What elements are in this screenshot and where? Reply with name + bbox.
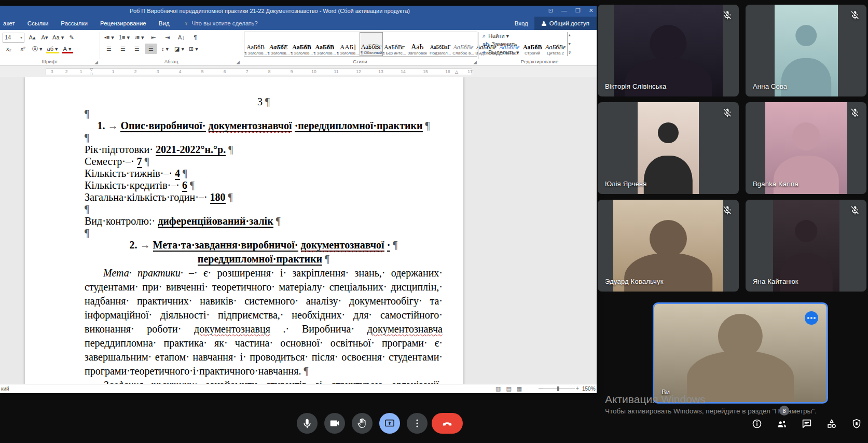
sort-button[interactable]: А↓ bbox=[175, 32, 187, 43]
tell-me-search[interactable]: ♀ Что вы хотите сделать? bbox=[184, 20, 258, 27]
font-color-button[interactable]: А ▾ bbox=[61, 44, 74, 54]
activities-button[interactable] bbox=[825, 418, 838, 430]
document-line[interactable]: Мета· практики· –· є· розширення· і· зак… bbox=[85, 267, 443, 279]
more-options-button[interactable] bbox=[407, 413, 428, 434]
close-button[interactable]: ✕ bbox=[589, 7, 594, 14]
participant-tile[interactable]: Вікторія Слівінська bbox=[598, 5, 739, 96]
raise-hand-button[interactable] bbox=[352, 413, 373, 434]
ribbon-tab-акет[interactable]: акет bbox=[2, 19, 16, 27]
zoom-level[interactable]: 150% bbox=[582, 386, 596, 392]
ribbon-tab-рассылки[interactable]: Рассылки bbox=[60, 19, 89, 27]
shading-button[interactable]: ◪ ▾ bbox=[173, 44, 186, 54]
host-controls-button[interactable] bbox=[850, 418, 863, 430]
find-button[interactable]: ⌕Найти ▾ bbox=[483, 33, 509, 39]
ribbon-tab-рецензирование[interactable]: Рецензирование bbox=[99, 19, 147, 27]
document-line[interactable]: виконання· роботи· документознавця .· Ви… bbox=[85, 323, 443, 335]
document-line[interactable]: Рік·підготовки· 2021-2022°н.°р. ¶ bbox=[85, 144, 443, 156]
paragraph-dialog-launcher[interactable]: ◢ bbox=[236, 60, 240, 65]
style-слабоев[interactable]: АаБбВеСлабое в... bbox=[452, 32, 475, 56]
hang-up-button[interactable] bbox=[432, 413, 463, 434]
show-marks-button[interactable]: ¶ bbox=[189, 32, 201, 43]
document-line[interactable]: Вид·контролю:· диференційований·залік ¶ bbox=[85, 215, 443, 227]
participants-button[interactable] bbox=[776, 418, 788, 430]
font-dialog-launcher[interactable]: ◢ bbox=[94, 60, 98, 65]
document-line[interactable]: переддипломної·практики ¶ bbox=[85, 253, 443, 265]
highlight-color-button[interactable]: аб ▾ bbox=[46, 44, 60, 54]
style-заголов[interactable]: АаБбВ¶ Заголов... bbox=[291, 32, 313, 56]
self-tile-options-button[interactable] bbox=[805, 311, 818, 325]
document-line[interactable]: ¶ bbox=[85, 132, 443, 144]
participant-tile[interactable]: Эдуард Ковальчук bbox=[598, 200, 739, 292]
replace-button[interactable]: abЗаменить bbox=[483, 41, 517, 47]
document-line[interactable]: ¶ bbox=[85, 203, 443, 215]
meeting-details-button[interactable] bbox=[751, 418, 763, 430]
align-right-button[interactable]: ☰ bbox=[131, 44, 143, 54]
share-button[interactable]: Общий доступ bbox=[534, 17, 597, 30]
right-indent-marker[interactable]: △ bbox=[455, 70, 458, 74]
present-screen-button[interactable] bbox=[379, 413, 400, 434]
text-effects-button[interactable]: Ⓐ ▾ bbox=[31, 44, 44, 54]
borders-button[interactable]: ⊞ ▾ bbox=[187, 44, 200, 54]
bullets-button[interactable]: •≡ ▾ bbox=[103, 32, 116, 43]
styles-gallery-scrollbar[interactable]: ▲▼⊽ bbox=[567, 32, 571, 56]
participant-tile[interactable]: Юлія Ярченя bbox=[598, 102, 739, 194]
change-case-button[interactable]: Аа ▾ bbox=[51, 32, 65, 43]
document-line[interactable]: ¶ bbox=[85, 108, 443, 120]
style-заголовок[interactable]: АаЬЗаголовок bbox=[406, 32, 429, 56]
restore-button[interactable]: ❐ bbox=[575, 7, 581, 14]
document-area[interactable]: 3 ¶ ¶ 1. → Опис·виробничої· документозна… bbox=[0, 77, 597, 390]
document-line[interactable]: завершальним· етапом· навчання· і· прово… bbox=[85, 351, 443, 363]
style-строгий[interactable]: АаБбВСтрогий bbox=[521, 32, 544, 56]
style-безинте[interactable]: АаБбВг¶ Без инте... bbox=[383, 32, 406, 56]
ribbon-tab-ссылки[interactable]: Ссылки bbox=[26, 19, 50, 27]
zoom-in-button[interactable]: + bbox=[576, 385, 579, 391]
document-line[interactable]: Кількість·кредитів·–· 6 ¶ bbox=[85, 179, 443, 191]
first-line-indent-marker[interactable]: ▽ bbox=[90, 67, 93, 72]
multilevel-list-button[interactable]: ⁝≡ ▾ bbox=[133, 32, 146, 43]
sign-in-button[interactable]: Вход bbox=[508, 20, 534, 26]
line-spacing-button[interactable]: ↕ ▾ bbox=[159, 44, 171, 54]
web-layout-button[interactable]: ▦ bbox=[517, 385, 522, 392]
style-заголов[interactable]: АаБбВ¶ Заголов... bbox=[313, 32, 336, 56]
style-заголов[interactable]: АаБбВ¶ Заголов... bbox=[244, 32, 267, 56]
subscript-button[interactable]: х₂ bbox=[3, 44, 15, 54]
document-line[interactable]: переддипломна· практика· як· частина· ос… bbox=[85, 337, 443, 349]
language-indicator[interactable]: кий bbox=[1, 386, 9, 392]
decrease-indent-button[interactable]: ⇤ bbox=[147, 32, 159, 43]
zoom-slider-thumb[interactable] bbox=[557, 386, 559, 391]
print-layout-button[interactable]: ▤ bbox=[506, 385, 511, 392]
document-line[interactable]: програми·теоретичного·і·практичного·навч… bbox=[85, 365, 443, 377]
superscript-button[interactable]: х² bbox=[17, 44, 29, 54]
style-обычный[interactable]: АаБбВг¶ Обычный bbox=[360, 32, 383, 56]
document-line[interactable]: інформаційної· діяльності· підприємства,… bbox=[85, 309, 443, 321]
align-left-button[interactable]: ☰ bbox=[103, 44, 115, 54]
chat-button[interactable] bbox=[801, 418, 813, 430]
document-line[interactable]: 3 ¶ bbox=[85, 96, 443, 108]
minimize-button[interactable]: — bbox=[561, 7, 567, 14]
microphone-button[interactable] bbox=[297, 413, 318, 434]
ribbon-tab-вид[interactable]: Вид bbox=[158, 19, 171, 27]
shrink-font-button[interactable]: А▾ bbox=[38, 32, 51, 43]
ribbon-display-options-button[interactable]: ⊡ bbox=[548, 7, 553, 14]
document-line[interactable]: Загальна·кількість·годин·–· 180 ¶ bbox=[85, 191, 443, 203]
style-подзагол[interactable]: АаБбВвГПодзагол... bbox=[429, 32, 452, 56]
style-заголов[interactable]: ААБ]¶ Заголов... bbox=[337, 32, 360, 56]
document-line[interactable]: студентами· при· вивченні· теоретичного·… bbox=[85, 281, 443, 293]
left-indent-marker[interactable]: □ bbox=[90, 72, 93, 76]
document-line[interactable]: 2. → Мета·та·завдання·виробничої· докуме… bbox=[85, 239, 443, 251]
document-line[interactable]: ¶ bbox=[85, 227, 443, 239]
style-заголов[interactable]: АаБбЕ¶ Заголов... bbox=[267, 32, 290, 56]
read-mode-button[interactable]: ▥ bbox=[495, 385, 501, 392]
participant-tile[interactable]: Bganka Karina bbox=[746, 102, 866, 194]
document-line[interactable]: надбання· практичних· навиків· системног… bbox=[85, 295, 443, 307]
align-center-button[interactable]: ☰ bbox=[117, 44, 129, 54]
style-цитата2[interactable]: АаБбВеЦитата 2 bbox=[544, 32, 567, 56]
horizontal-ruler[interactable]: 3211234567891011121314151617 ▽ □ △ bbox=[0, 66, 597, 77]
align-justify-button[interactable]: ☰ bbox=[145, 44, 157, 54]
font-size-select[interactable]: 14▾ bbox=[3, 33, 24, 43]
participant-tile[interactable]: Яна Кайтанюк bbox=[746, 200, 866, 292]
document-line[interactable]: Семестр·–· 7 ¶ bbox=[85, 156, 443, 168]
select-button[interactable]: ⌖Выделить ▾ bbox=[483, 49, 519, 56]
increase-indent-button[interactable]: ⇥ bbox=[161, 32, 173, 43]
camera-button[interactable] bbox=[324, 413, 345, 434]
